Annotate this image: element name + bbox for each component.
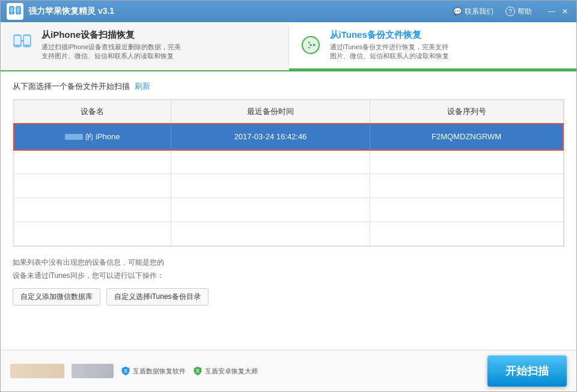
- svg-point-5: [18, 13, 19, 14]
- titlebar-buttons: 💬 联系我们 ? 帮助 — ✕: [450, 5, 570, 18]
- svg-point-8: [17, 46, 18, 47]
- col-backup-time: 最近备份时间: [171, 100, 370, 124]
- svg-text:互: 互: [196, 369, 200, 373]
- main-content: 从下面选择一个备份文件开始扫描 刷新 设备名 最近备份时间 设备序列号 的 iP…: [1, 71, 576, 350]
- tab-itunes-restore-text: 从iTunes备份文件恢复 通过iTunes备份文件进行恢复，完美支持图片、微信…: [330, 29, 449, 61]
- titlebar: 强力苹果恢复精灵 v3.1 💬 联系我们 ? 帮助 — ✕: [1, 1, 576, 22]
- close-btn[interactable]: ✕: [560, 6, 570, 17]
- add-wechat-db-btn[interactable]: 自定义添加微信数据库: [13, 288, 100, 306]
- itunes-icon: [299, 33, 323, 57]
- svg-point-4: [11, 13, 13, 14]
- table-row[interactable]: 的 iPhone 2017-03-24 16:42:46 F2MQMDZNGRW…: [14, 124, 563, 150]
- chat-icon: 💬: [453, 7, 462, 16]
- device-name-blur: [65, 134, 83, 140]
- table-row-empty-2[interactable]: [14, 174, 563, 198]
- iphone-icon: [10, 33, 34, 57]
- info-line2: 设备未通过iTunes同步，您可以进行以下操作：: [13, 270, 564, 283]
- col-device-name: 设备名: [14, 100, 171, 124]
- window-controls: — ✕: [546, 6, 570, 17]
- app-icon: [7, 3, 23, 20]
- table-row-empty-3[interactable]: [14, 198, 563, 222]
- col-serial: 设备序列号: [370, 100, 563, 124]
- contact-btn[interactable]: 💬 联系我们: [450, 5, 497, 18]
- tab-iphone-desc: 通过扫描iPhone设备查找最近删除的数据，完美支持图片、微信、短信和联系人的读…: [41, 43, 181, 61]
- svg-rect-7: [14, 36, 20, 44]
- cell-device-name: 的 iPhone: [14, 124, 171, 150]
- footer-logo-1: [10, 364, 64, 378]
- svg-rect-10: [24, 36, 30, 44]
- svg-rect-1: [10, 7, 14, 13]
- main-window: 强力苹果恢复精灵 v3.1 💬 联系我们 ? 帮助 — ✕: [0, 0, 577, 392]
- bottom-info: 如果列表中没有出现您的设备信息，可能是您的 设备未通过iTunes同步，您可以进…: [13, 256, 564, 306]
- info-line1: 如果列表中没有出现您的设备信息，可能是您的: [13, 256, 564, 270]
- tab-bar: 从iPhone设备扫描恢复 通过扫描iPhone设备查找最近删除的数据，完美支持…: [1, 22, 576, 71]
- section-header: 从下面选择一个备份文件开始扫描 刷新: [13, 81, 564, 92]
- svg-point-15: [310, 44, 312, 46]
- hudun-android-label: 互盾安卓恢复大师: [205, 367, 258, 376]
- device-table-container: 设备名 最近备份时间 设备序列号 的 iPhone 2017-03-24 16:…: [13, 99, 564, 247]
- footer-link-hudun-android[interactable]: 互 互盾安卓恢复大师: [193, 366, 258, 376]
- table-row-empty-4[interactable]: [14, 222, 563, 246]
- tab-itunes-restore[interactable]: 从iTunes备份文件恢复 通过iTunes备份文件进行恢复，完美支持图片、微信…: [289, 22, 577, 70]
- table-header-row: 设备名 最近备份时间 设备序列号: [14, 100, 563, 124]
- tab-iphone-title: 从iPhone设备扫描恢复: [41, 29, 181, 41]
- tab-iphone-scan[interactable]: 从iPhone设备扫描恢复 通过扫描iPhone设备查找最近删除的数据，完美支持…: [1, 22, 288, 70]
- cell-backup-time: 2017-03-24 16:42:46: [171, 124, 370, 150]
- footer-logo-2: [72, 364, 114, 378]
- tab-iphone-scan-text: 从iPhone设备扫描恢复 通过扫描iPhone设备查找最近删除的数据，完美支持…: [41, 29, 181, 61]
- svg-text:互: 互: [124, 369, 128, 373]
- hudun-data-label: 互盾数据恢复软件: [133, 367, 186, 376]
- minimize-btn[interactable]: —: [546, 6, 557, 17]
- android-icon: 互: [193, 366, 203, 376]
- table-row-empty-1[interactable]: [14, 150, 563, 174]
- refresh-link[interactable]: 刷新: [135, 81, 150, 92]
- tab-itunes-title: 从iTunes备份文件恢复: [330, 29, 449, 41]
- shield-icon: 互: [121, 366, 130, 376]
- question-icon: ?: [505, 7, 515, 16]
- start-scan-btn[interactable]: 开始扫描: [487, 355, 567, 387]
- help-btn[interactable]: ? 帮助: [502, 5, 536, 18]
- footer-link-hudun-data[interactable]: 互 互盾数据恢复软件: [121, 366, 186, 376]
- device-table: 设备名 最近备份时间 设备序列号 的 iPhone 2017-03-24 16:…: [13, 100, 564, 247]
- action-buttons: 自定义添加微信数据库 自定义选择iTunes备份目录: [13, 288, 564, 306]
- app-title: 强力苹果恢复精灵 v3.1: [28, 6, 450, 17]
- svg-rect-3: [17, 7, 20, 13]
- select-itunes-dir-btn[interactable]: 自定义选择iTunes备份目录: [106, 288, 209, 306]
- svg-point-11: [26, 46, 28, 47]
- cell-serial: F2MQMDZNGRWM: [370, 124, 563, 150]
- section-label: 从下面选择一个备份文件开始扫描: [13, 81, 130, 92]
- footer-logos: 互 互盾数据恢复软件 互 互盾安卓恢复大师: [10, 364, 475, 378]
- footer: 互 互盾数据恢复软件 互 互盾安卓恢复大师 开始扫描: [1, 350, 576, 391]
- tab-itunes-desc: 通过iTunes备份文件进行恢复，完美支持图片、微信、短信和联系人的读取和恢复: [330, 43, 449, 61]
